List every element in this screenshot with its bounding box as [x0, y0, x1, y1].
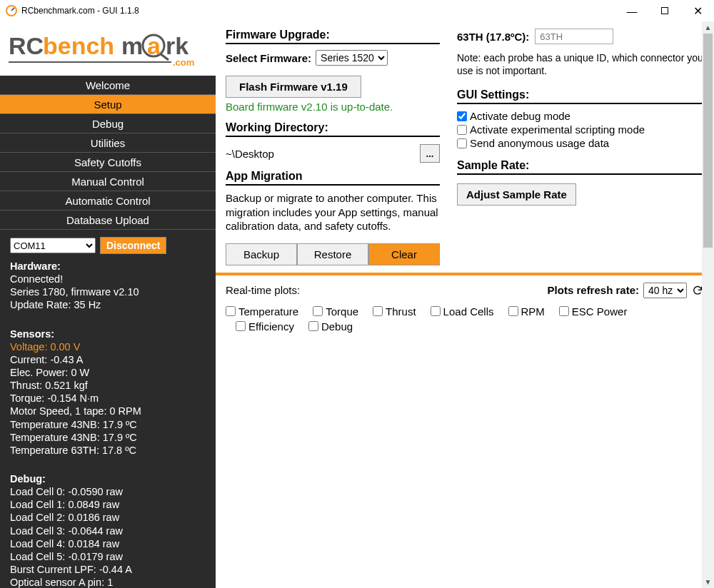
firmware-upgrade-title: Firmware Upgrade:	[226, 29, 440, 44]
temp-probe-label: 63TH (17.8ºC):	[457, 31, 529, 43]
window-title: RCbenchmark.com - GUI 1.1.8	[21, 6, 139, 16]
hardware-update-rate: Update Rate: 35 Hz	[10, 298, 207, 311]
plot-load-cells-label: Load Cells	[443, 305, 494, 318]
app-icon	[6, 5, 17, 16]
plot-temperature-checkbox[interactable]	[226, 306, 236, 316]
debug-lc0: Load Cell 0: -0.0590 raw	[10, 485, 207, 498]
svg-text:m: m	[121, 32, 143, 59]
activate-debug-label: Activate debug mode	[470, 110, 570, 122]
hardware-section: Hardware: Connected! Series 1780, firmwa…	[10, 260, 207, 312]
menu-item-utilities[interactable]: Utilities	[0, 133, 216, 153]
connection-row: COM11 Disconnect	[0, 230, 216, 257]
menu-item-setup[interactable]: Setup	[0, 95, 216, 114]
close-button[interactable]: ✕	[681, 0, 714, 21]
menu-item-safety-cutoffs[interactable]: Safety Cutoffs	[0, 153, 216, 172]
plot-efficiency-checkbox[interactable]	[236, 321, 246, 331]
titlebar: RCbenchmark.com - GUI 1.1.8 ― ✕	[0, 0, 714, 21]
sensor-torque: Torque: -0.154 N·m	[10, 392, 207, 405]
select-firmware-label: Select Firmware:	[226, 52, 311, 64]
backup-button[interactable]: Backup	[226, 243, 297, 265]
app-migration-description: Backup or migrate to another computer. T…	[226, 191, 440, 233]
plot-thrust-label: Thrust	[386, 305, 416, 318]
activate-scripting-checkbox[interactable]	[457, 125, 467, 135]
activate-scripting-label: Activate experimental scripting mode	[470, 123, 645, 136]
maximize-button[interactable]	[648, 0, 681, 21]
vertical-scrollbar[interactable]: ▲ ▼	[702, 21, 714, 588]
clear-button[interactable]: Clear	[368, 243, 440, 265]
debug-heading: Debug:	[10, 473, 46, 485]
svg-text:a: a	[147, 32, 161, 59]
plot-temperature-label: Temperature	[238, 305, 298, 318]
hardware-connected: Connected!	[10, 273, 207, 285]
hardware-series: Series 1780, firmware v2.10	[10, 285, 207, 298]
minimize-button[interactable]: ―	[615, 0, 648, 21]
nav-menu: Welcome Setup Debug Utilities Safety Cut…	[0, 76, 216, 230]
working-directory-title: Working Directory:	[226, 121, 440, 137]
debug-lc4: Load Cell 4: 0.0184 raw	[10, 537, 207, 550]
menu-item-automatic-control[interactable]: Automatic Control	[0, 191, 216, 211]
debug-lc3: Load Cell 3: -0.0644 raw	[10, 524, 207, 537]
hardware-heading: Hardware:	[10, 260, 61, 272]
flash-firmware-button[interactable]: Flash Firmware v1.19	[226, 76, 361, 98]
browse-directory-button[interactable]: ...	[420, 144, 440, 163]
firmware-status: Board firmware v2.10 is up-to-date.	[226, 101, 440, 113]
sensor-temp2: Temperature 43NB: 17.9 ºC	[10, 431, 207, 444]
plot-debug-checkbox[interactable]	[308, 321, 318, 331]
svg-text:.com: .com	[173, 57, 194, 68]
sidebar: RC bench m a rk .com Welcome Setup Debug…	[0, 21, 216, 588]
debug-opta: Optical sensor A pin: 1	[10, 576, 207, 588]
plot-torque-checkbox[interactable]	[313, 306, 323, 316]
disconnect-button[interactable]: Disconnect	[100, 237, 166, 254]
app-migration-title: App Migration	[226, 170, 440, 186]
temp-probe-input[interactable]	[535, 29, 613, 44]
logo: RC bench m a rk .com	[0, 21, 216, 76]
sensor-voltage: Voltage: 0.00 V	[10, 340, 207, 353]
gui-settings-title: GUI Settings:	[457, 88, 704, 104]
sensor-temp3: Temperature 63TH: 17.8 ºC	[10, 444, 207, 457]
send-anonymous-checkbox[interactable]	[457, 138, 467, 148]
sensor-thrust: Thrust: 0.521 kgf	[10, 379, 207, 392]
svg-text:rk: rk	[166, 32, 188, 59]
realtime-plots-title: Real-time plots:	[226, 284, 300, 296]
firmware-select[interactable]: Series 1520	[316, 50, 388, 66]
sensors-section: Sensors: Voltage: 0.00 V Current: -0.43 …	[10, 328, 207, 457]
svg-line-1	[11, 8, 14, 11]
plot-thrust-checkbox[interactable]	[373, 306, 383, 316]
plot-rpm-checkbox[interactable]	[508, 306, 518, 316]
scroll-down-button[interactable]: ▼	[702, 576, 714, 588]
debug-lc1: Load Cell 1: 0.0849 raw	[10, 498, 207, 511]
plot-efficiency-label: Efficiency	[248, 320, 294, 333]
menu-item-debug[interactable]: Debug	[0, 114, 216, 133]
refresh-rate-select[interactable]: 40 hz	[643, 283, 687, 298]
plot-load-cells-checkbox[interactable]	[431, 306, 441, 316]
sensors-heading: Sensors:	[10, 328, 54, 340]
send-anonymous-label: Send anonymous usage data	[470, 137, 609, 149]
menu-item-manual-control[interactable]: Manual Control	[0, 172, 216, 191]
sensor-current: Current: -0.43 A	[10, 353, 207, 366]
debug-lc5: Load Cell 5: -0.0179 raw	[10, 550, 207, 563]
svg-text:RC: RC	[9, 32, 44, 59]
restore-button[interactable]: Restore	[297, 243, 368, 265]
debug-section: Debug: Load Cell 0: -0.0590 raw Load Cel…	[10, 472, 207, 588]
adjust-sample-rate-button[interactable]: Adjust Sample Rate	[457, 183, 576, 206]
svg-text:bench: bench	[43, 32, 114, 59]
refresh-rate-label: Plots refresh rate:	[548, 284, 639, 296]
plot-esc-power-label: ESC Power	[572, 305, 628, 318]
main-area: Firmware Upgrade: Select Firmware: Serie…	[216, 21, 714, 588]
menu-item-welcome[interactable]: Welcome	[0, 76, 216, 95]
scroll-thumb[interactable]	[703, 34, 713, 248]
plot-debug-label: Debug	[321, 320, 353, 333]
plot-esc-power-checkbox[interactable]	[559, 306, 569, 316]
plot-torque-label: Torque	[326, 305, 358, 318]
menu-item-database-upload[interactable]: Database Upload	[0, 211, 216, 230]
plot-rpm-label: RPM	[521, 305, 545, 318]
temp-probe-note: Note: each probe has a unique ID, which …	[457, 51, 704, 77]
debug-lc2: Load Cell 2: 0.0186 raw	[10, 511, 207, 524]
port-select[interactable]: COM11	[10, 238, 96, 253]
sensor-speed: Motor Speed, 1 tape: 0 RPM	[10, 405, 207, 417]
sensor-temp1: Temperature 43NB: 17.9 ºC	[10, 418, 207, 431]
working-directory-path: ~\Desktop	[226, 148, 414, 160]
activate-debug-checkbox[interactable]	[457, 111, 467, 121]
sample-rate-title: Sample Rate:	[457, 159, 704, 175]
scroll-up-button[interactable]: ▲	[702, 21, 714, 34]
